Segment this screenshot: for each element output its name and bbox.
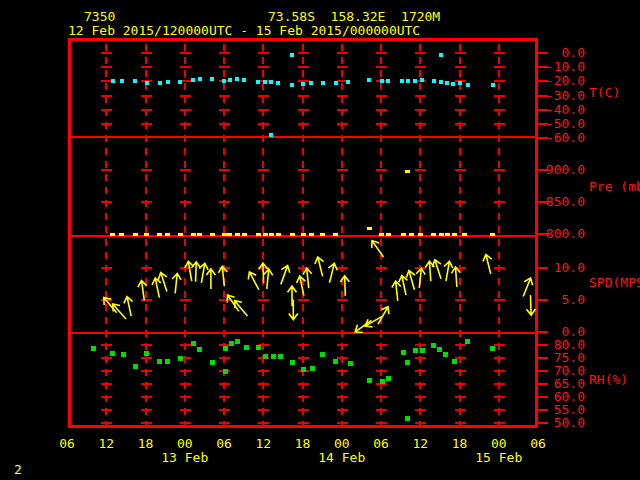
wind-arrow [289,300,298,320]
wind-arrow [363,312,385,330]
wind-arrow [368,238,387,260]
wind-arrow [302,268,313,289]
wind-arrow [288,286,297,306]
wind-arrow [123,296,136,317]
wind-arrow [151,277,164,298]
wind-arrow [391,281,402,302]
wind-arrow-layer [0,0,640,480]
wind-arrow [156,271,171,293]
wind-arrow [451,267,461,288]
wind-arrow [431,258,446,280]
wind-arrow [109,301,129,322]
wind-arrow [374,304,392,326]
wind-arrow [206,269,215,289]
wind-arrow [258,263,268,283]
wind-arrow [137,280,149,301]
wind-arrow [171,273,182,294]
wind-arrow [245,270,262,292]
page-number: 2 [14,463,22,477]
wind-arrow [519,276,535,298]
wind-arrow [295,275,308,296]
wind-arrow [325,262,339,284]
wind-arrow [218,266,229,287]
wind-arrow [313,256,327,278]
wind-arrow [415,268,426,289]
wind-arrow [231,298,251,319]
wind-arrow [224,292,243,314]
wind-arrow [526,295,536,315]
wind-arrow [277,264,292,286]
wind-arrow [340,276,350,296]
wind-arrow [482,253,496,275]
meteogram-screen: 7350 73.58S 158.32E 1720M 12 Feb 2015/12… [0,0,640,480]
